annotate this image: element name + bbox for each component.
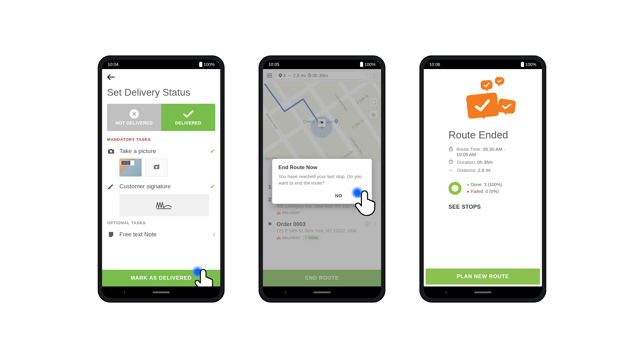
status-battery: 100% xyxy=(364,62,376,67)
task-label: Take a picture xyxy=(119,148,206,155)
mark-as-delivered-button[interactable]: MARK AS DELIVERED xyxy=(102,270,220,286)
task-take-picture[interactable]: Take a picture ✓ xyxy=(107,145,215,157)
dialog-yes-button[interactable]: YES xyxy=(353,191,366,200)
check-icon xyxy=(182,109,195,119)
add-camera-icon xyxy=(153,164,160,171)
cta-label: PLAN NEW ROUTE xyxy=(457,273,509,280)
svg-point-2 xyxy=(110,151,112,153)
failed-stat: Failed: 0 (0%) xyxy=(467,188,502,195)
nav-home-pill[interactable] xyxy=(313,291,331,293)
status-battery: 100% xyxy=(204,62,215,67)
delivery-status-toggle[interactable]: NOT DELIVERED DELIVERED xyxy=(107,104,215,131)
android-nav-bar: ‹ xyxy=(424,286,542,298)
back-arrow-icon[interactable] xyxy=(107,73,115,82)
nav-home-pill[interactable] xyxy=(474,291,492,293)
status-time: 10:04 xyxy=(108,62,118,67)
task-customer-signature[interactable]: Customer signature ✓ xyxy=(107,180,215,193)
task-label: Customer signature xyxy=(119,183,206,190)
distance-icon: ↔ xyxy=(449,168,454,173)
dialog-title: End Route Now xyxy=(278,164,366,171)
photo-thumbnail[interactable] xyxy=(119,159,142,177)
completion-ring-row: Done: 3 (100%) Failed: 0 (0%) xyxy=(449,181,517,195)
svg-rect-5 xyxy=(158,165,160,165)
android-nav-bar: ‹ xyxy=(102,286,220,298)
plan-new-route-button[interactable]: PLAN NEW ROUTE xyxy=(426,268,540,285)
distance-row: ↔ Distance: 2,9 mi xyxy=(449,168,517,173)
route-time-row: Route Time: 09:30 AM - 10:05 AM xyxy=(449,146,517,157)
x-circle-icon xyxy=(130,109,139,119)
page-title: Route Ended xyxy=(449,129,517,141)
android-nav-bar: ‹ xyxy=(263,286,381,298)
add-photo-button[interactable] xyxy=(145,159,168,177)
optional-tasks-label: OPTIONAL TASKS xyxy=(107,220,215,225)
task-label: Free text Note xyxy=(119,231,209,238)
nav-back-icon[interactable]: ‹ xyxy=(445,290,447,295)
svg-point-3 xyxy=(156,166,157,168)
chevron-right-icon: › xyxy=(213,231,215,238)
see-stops-button[interactable]: SEE STOPS xyxy=(449,204,517,210)
battery-icon xyxy=(360,62,363,67)
phone-frame-1: 10:04 100% Set Delivery Status NOT DELIV… xyxy=(98,55,225,303)
toggle-delivered[interactable]: DELIVERED xyxy=(161,104,215,131)
check-icon: ✓ xyxy=(210,183,215,190)
battery-icon xyxy=(521,62,524,67)
done-stat: Done: 3 (100%) xyxy=(467,181,502,188)
status-bar: 10:05 100% xyxy=(263,60,381,69)
toggle-not-delivered-label: NOT DELIVERED xyxy=(115,120,152,125)
status-bar: 10:04 100% xyxy=(102,60,220,69)
signature-scribble xyxy=(155,200,174,210)
nav-home-pill[interactable] xyxy=(152,291,170,293)
battery-icon xyxy=(199,62,202,67)
page-title: Set Delivery Status xyxy=(107,87,215,98)
clock-icon xyxy=(449,159,454,165)
nav-back-icon[interactable]: ‹ xyxy=(124,290,125,295)
status-battery: 100% xyxy=(525,62,536,67)
note-icon xyxy=(107,231,115,238)
end-route-dialog: End Route Now You have reached your last… xyxy=(272,159,372,204)
signature-preview[interactable] xyxy=(119,194,209,216)
mandatory-tasks-label: MANDATORY TASKS xyxy=(107,137,215,142)
phone-frame-2: 10:05 100% 3 ↔ 2,9 mi 0h 35m xyxy=(259,55,385,303)
completion-ring-icon xyxy=(449,182,462,195)
camera-icon xyxy=(107,148,115,154)
toggle-delivered-label: DELIVERED xyxy=(175,120,201,125)
cta-label: MARK AS DELIVERED xyxy=(131,275,192,281)
toggle-not-delivered[interactable]: NOT DELIVERED xyxy=(107,104,161,131)
dialog-body: You have reached your last stop. Do you … xyxy=(278,173,366,186)
status-time: 10:05 xyxy=(268,62,279,67)
status-time: 10:06 xyxy=(429,62,440,67)
status-bar: 10:06 100% xyxy=(424,60,542,69)
check-icon: ✓ xyxy=(210,147,215,155)
phone-frame-3: 10:06 100% xyxy=(419,55,546,303)
duration-row: Duration: 0h 35m xyxy=(449,159,517,165)
dialog-no-button[interactable]: NO xyxy=(334,191,344,200)
nav-back-icon[interactable]: ‹ xyxy=(285,290,286,295)
task-free-text-note[interactable]: Free text Note › xyxy=(107,228,215,240)
stopwatch-icon xyxy=(449,146,453,152)
pen-icon xyxy=(107,184,115,189)
route-ended-illustration xyxy=(449,75,517,125)
